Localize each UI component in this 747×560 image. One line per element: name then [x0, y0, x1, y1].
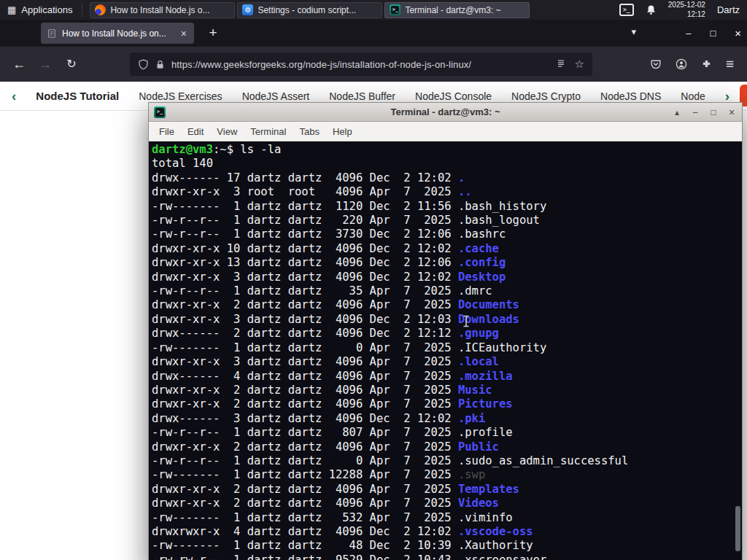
listing-file-name: .sudo_as_admin_successful — [458, 454, 628, 467]
close-button[interactable]: × — [735, 27, 741, 39]
terminal-prompt-line: dartz@vm3:~$ ls -la — [152, 143, 742, 157]
terminal-line: drwxr-xr-x 13 dartz dartz 4096 Dec 2 12:… — [152, 256, 742, 270]
terminal-scrollbar-thumb[interactable] — [735, 506, 740, 551]
nav-scroll-left-icon[interactable]: ‹ — [12, 89, 16, 103]
applications-menu-button[interactable]: ▦ Applications — [0, 0, 80, 20]
browser-tab-active[interactable]: How to Install Node.js on... × — [41, 23, 194, 44]
listing-file-name: .profile — [458, 426, 513, 439]
terminal-output[interactable]: dartz@vm3:~$ ls -la total 140 drwx------… — [149, 141, 742, 560]
padlock-icon[interactable] — [155, 60, 165, 69]
listing-directory-name: .config — [458, 256, 506, 269]
listing-directory-name: Public — [458, 440, 499, 454]
terminal-line: -rw-r--r-- 1 dartz dartz 3730 Dec 2 12:0… — [152, 228, 742, 241]
terminal-line: drwxr-xr-x 2 dartz dartz 4096 Apr 7 2025… — [152, 483, 742, 497]
pocket-icon[interactable] — [650, 58, 662, 70]
applications-grid-icon: ▦ — [7, 5, 16, 15]
list-all-tabs-icon[interactable]: ▾ — [631, 26, 636, 37]
notification-bell-icon[interactable] — [646, 4, 657, 15]
terminal-line: drwxr-xr-x 3 dartz dartz 4096 Apr 7 2025… — [152, 355, 742, 369]
panel-clock[interactable]: 2025-12-02 12:12 — [668, 1, 705, 19]
maximize-button[interactable]: □ — [708, 107, 719, 117]
listing-directory-name: Templates — [458, 483, 519, 496]
listing-file-name: .bash_logout — [458, 214, 540, 227]
terminal-window: Terminal - dartz@vm3: ~ ▴ – □ × File Edi… — [148, 102, 743, 560]
url-text[interactable]: https://www.geeksforgeeks.org/node-js/in… — [171, 59, 549, 70]
terminal-line: drwx------ 17 dartz dartz 4096 Dec 2 12:… — [152, 171, 742, 185]
minimize-button[interactable]: – — [686, 28, 691, 39]
extensions-icon[interactable] — [701, 59, 712, 70]
settings-gear-icon: ⚙ — [242, 4, 253, 15]
taskbar-item-settings[interactable]: ⚙ Settings - codium script... — [237, 2, 382, 18]
terminal-total-line: total 140 — [152, 157, 742, 171]
terminal-line: drwxr-xr-x 2 dartz dartz 4096 Apr 7 2025… — [152, 298, 742, 312]
close-button[interactable]: × — [727, 106, 737, 118]
menu-file[interactable]: File — [152, 126, 181, 137]
tray-terminal-icon[interactable]: >_ — [619, 4, 634, 16]
terminal-line: drwxr-xr-x 2 dartz dartz 4096 Apr 7 2025… — [152, 397, 742, 411]
nav-link[interactable]: NodeJS Assert — [242, 90, 310, 102]
terminal-window-title: Terminal - dartz@vm3: ~ — [149, 106, 742, 117]
menu-terminal[interactable]: Terminal — [244, 126, 293, 137]
prompt-user: dartz@vm3 — [152, 143, 213, 156]
nav-scroll-right-icon[interactable]: › — [725, 89, 729, 103]
listing-file-name: .swp — [458, 468, 485, 481]
account-icon[interactable] — [676, 58, 687, 70]
forward-button[interactable]: → — [35, 55, 55, 73]
shade-button[interactable]: ▴ — [672, 107, 682, 117]
nav-link[interactable]: NodeJS Crypto — [511, 90, 581, 102]
listing-file-name: .dmrc — [458, 284, 492, 298]
listing-directory-name: .vscode-oss — [458, 525, 533, 538]
listing-directory-name: Desktop — [458, 271, 506, 284]
terminal-line: drwxr-xr-x 3 root root 4096 Apr 7 2025 .… — [152, 185, 742, 199]
menu-edit[interactable]: Edit — [181, 126, 210, 137]
nav-link[interactable]: NodeJS Console — [415, 90, 492, 102]
toolbar-right-icons: ≡ — [650, 47, 734, 82]
nav-link[interactable]: Node — [681, 90, 705, 102]
terminal-line: drwx------ 2 dartz dartz 4096 Dec 2 12:1… — [152, 327, 742, 341]
terminal-line: drwx------ 4 dartz dartz 4096 Apr 7 2025… — [152, 370, 742, 384]
terminal-titlebar[interactable]: Terminal - dartz@vm3: ~ ▴ – □ × — [149, 103, 742, 122]
menu-view[interactable]: View — [210, 126, 244, 137]
terminal-line: -rw-r--r-- 1 dartz dartz 807 Apr 7 2025 … — [152, 426, 742, 440]
terminal-icon — [390, 4, 400, 15]
taskbar-item-terminal[interactable]: Terminal - dartz@vm3: ~ — [384, 2, 530, 18]
listing-file-name: .bash_history — [458, 200, 546, 213]
terminal-window-controls: ▴ – □ × — [672, 106, 737, 118]
nav-link[interactable]: NodeJS Exercises — [139, 90, 222, 102]
back-button[interactable]: ← — [9, 55, 29, 73]
hamburger-menu-icon[interactable]: ≡ — [726, 56, 734, 72]
clock-time: 12:12 — [668, 10, 705, 20]
nav-link[interactable]: NodeJS Buffer — [329, 90, 395, 102]
nav-link-tutorial[interactable]: NodeJS Tutorial — [36, 90, 119, 102]
terminal-line: drwxrwxr-x 4 dartz dartz 4096 Dec 2 12:0… — [152, 525, 742, 539]
text-cursor-pointer — [462, 315, 470, 331]
listing-directory-name: Documents — [458, 298, 519, 311]
new-tab-button[interactable]: + — [204, 25, 222, 41]
menu-tabs[interactable]: Tabs — [293, 126, 325, 137]
minimize-button[interactable]: – — [690, 107, 700, 117]
panel-separator — [82, 4, 85, 17]
desktop-panel: ▦ Applications How to Install Node.js o.… — [0, 0, 747, 20]
terminal-line: drwxr-xr-x 2 dartz dartz 4096 Apr 7 2025… — [152, 384, 742, 397]
reader-mode-icon[interactable] — [556, 59, 566, 69]
tab-close-icon[interactable]: × — [179, 28, 188, 39]
listing-file-name: .xscreensaver — [458, 553, 546, 560]
terminal-listing: drwx------ 17 dartz dartz 4096 Dec 2 12:… — [152, 171, 742, 560]
nav-link[interactable]: NodeJS DNS — [600, 90, 661, 102]
listing-directory-name: Pictures — [458, 397, 513, 411]
listing-directory-name: .mozilla — [458, 370, 513, 383]
bookmark-star-icon[interactable]: ☆ — [575, 58, 584, 71]
terminal-line: -rw-r--r-- 1 dartz dartz 35 Apr 7 2025 .… — [152, 284, 742, 298]
taskbar-item-firefox[interactable]: How to Install Node.js o... — [90, 2, 235, 18]
terminal-line: -rw-r--r-- 1 dartz dartz 220 Apr 7 2025 … — [152, 214, 742, 228]
reload-button[interactable]: ↻ — [61, 55, 82, 73]
maximize-button[interactable]: □ — [710, 28, 716, 39]
tracking-shield-icon[interactable] — [138, 59, 149, 70]
url-bar[interactable]: https://www.geeksforgeeks.org/node-js/in… — [130, 52, 592, 76]
listing-directory-name: .pki — [458, 412, 485, 425]
browser-nav-toolbar: ← → ↻ https://www.geeksforgeeks.org/node… — [0, 47, 747, 82]
firefox-icon — [95, 4, 106, 15]
listing-file-name: .Xauthority — [458, 539, 533, 552]
menu-help[interactable]: Help — [326, 126, 359, 137]
user-menu[interactable]: Dartz — [717, 4, 740, 15]
